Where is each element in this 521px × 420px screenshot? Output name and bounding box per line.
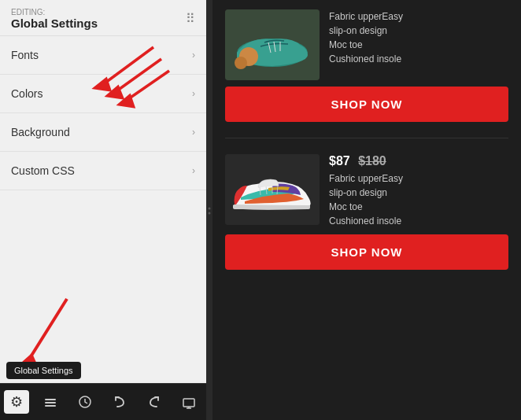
- svg-point-16: [209, 212, 211, 215]
- left-panel: EDITING: Global Settings ⠿ Fonts › Color…: [0, 0, 206, 420]
- layers-button[interactable]: [37, 392, 64, 412]
- background-label: Background: [11, 126, 70, 138]
- panel-title: Global Settings: [11, 17, 98, 30]
- history-button[interactable]: [72, 392, 98, 412]
- menu-item-fonts[interactable]: Fonts ›: [0, 36, 206, 75]
- editing-label: EDITING:: [11, 8, 98, 17]
- svg-rect-12: [183, 399, 194, 407]
- original-price: $180: [358, 154, 386, 168]
- bottom-toolbar: ⚙: [0, 383, 206, 420]
- product-top-1: Fabric upperEasyslip-on designMoc toeCus…: [225, 0, 508, 80]
- product-info-2: $87 $180 Fabric upperEasyslip-on designM…: [329, 154, 508, 228]
- menu-item-custom-css[interactable]: Custom CSS ›: [0, 152, 206, 190]
- settings-button[interactable]: ⚙: [4, 390, 29, 414]
- product-top-2: $87 $180 Fabric upperEasyslip-on designM…: [225, 145, 508, 228]
- product-image-2: [225, 154, 320, 225]
- svg-point-20: [235, 57, 247, 69]
- custom-css-chevron-icon: ›: [192, 165, 195, 176]
- product-desc-1: Fabric upperEasyslip-on designMoc toeCus…: [329, 9, 508, 66]
- global-settings-tooltip: Global Settings: [6, 362, 81, 379]
- product-card-1: Fabric upperEasyslip-on designMoc toeCus…: [225, 0, 508, 131]
- product-card-2: $87 $180 Fabric upperEasyslip-on designM…: [225, 145, 508, 279]
- redo-button[interactable]: [141, 392, 168, 412]
- shop-now-button-1[interactable]: SHOP NOW: [225, 87, 508, 122]
- fonts-label: Fonts: [11, 49, 39, 61]
- menu-item-background[interactable]: Background ›: [0, 113, 206, 152]
- editing-header: EDITING: Global Settings ⠿: [0, 0, 206, 36]
- custom-css-label: Custom CSS: [11, 164, 75, 177]
- svg-point-15: [209, 208, 211, 210]
- svg-rect-8: [45, 399, 56, 400]
- colors-chevron-icon: ›: [192, 88, 195, 99]
- colors-label: Colors: [11, 87, 42, 100]
- svg-rect-10: [45, 405, 56, 407]
- product-price-2: $87 $180: [329, 154, 508, 168]
- product-desc-2: Fabric upperEasyslip-on designMoc toeCus…: [329, 171, 508, 228]
- drag-handle[interactable]: [206, 0, 212, 420]
- right-panel: Fabric upperEasyslip-on designMoc toeCus…: [212, 0, 521, 420]
- background-chevron-icon: ›: [192, 127, 195, 138]
- tooltip-text: Global Settings: [14, 366, 73, 375]
- shop-now-button-2[interactable]: SHOP NOW: [225, 234, 508, 270]
- sale-price: $87: [329, 154, 350, 168]
- product-divider: [225, 138, 508, 138]
- undo-button[interactable]: [106, 392, 133, 412]
- svg-rect-9: [45, 402, 56, 403]
- dots-menu-icon[interactable]: ⠿: [186, 11, 195, 26]
- menu-list: Fonts › Colors › Background › Custom CSS…: [0, 36, 206, 383]
- product-image-1: [225, 9, 320, 80]
- fonts-chevron-icon: ›: [192, 50, 195, 61]
- responsive-button[interactable]: [176, 392, 202, 412]
- product-info-1: Fabric upperEasyslip-on designMoc toeCus…: [329, 9, 508, 66]
- menu-item-colors[interactable]: Colors ›: [0, 75, 206, 113]
